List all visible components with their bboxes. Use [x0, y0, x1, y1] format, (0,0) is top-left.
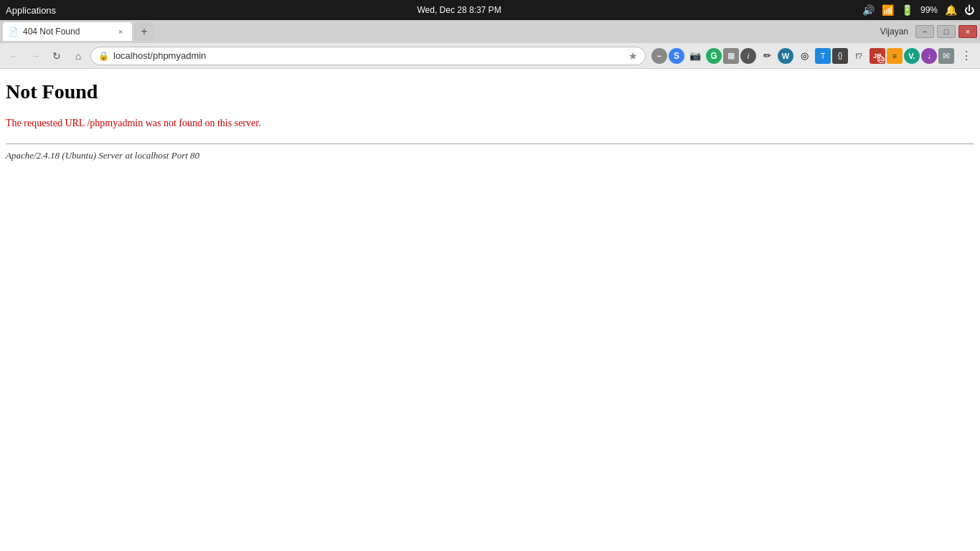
volume-icon[interactable]: 🔊	[862, 4, 875, 16]
back-button[interactable]: ←	[4, 47, 23, 65]
battery-icon: 🔋	[901, 4, 913, 16]
ext-lines-button[interactable]: ≡	[887, 48, 903, 64]
page-title: Not Found	[6, 80, 974, 103]
window-controls: Vijayan − □ ×	[876, 25, 977, 38]
bookmark-star-icon[interactable]: ★	[628, 50, 638, 62]
ext-v-button[interactable]: V.	[904, 48, 920, 64]
address-text: localhost/phpmyadmin	[113, 50, 624, 61]
ext-t-button[interactable]: {}	[832, 48, 848, 64]
minimize-button[interactable]: −	[915, 25, 934, 38]
power-icon[interactable]: ⏻	[964, 4, 974, 16]
ext-jr-button[interactable]: JR 10	[870, 48, 885, 64]
wifi-icon[interactable]: 📶	[882, 4, 894, 16]
notification-icon[interactable]: 🔔	[945, 4, 957, 16]
ext-minus-button[interactable]: −	[651, 48, 667, 64]
tab-title: 404 Not Found	[23, 27, 110, 37]
browser-titlebar: 📄 404 Not Found × + Vijayan − □ ×	[0, 20, 980, 43]
new-tab-button[interactable]: +	[135, 22, 154, 41]
ext-blue-button[interactable]: T	[815, 48, 831, 64]
browser-toolbar: ← → ↻ ⌂ 🔒 localhost/phpmyadmin ★ − S 📷 G…	[0, 43, 980, 69]
system-taskbar: Applications Wed, Dec 28 8:37 PM 🔊 📶 🔋 9…	[0, 0, 980, 20]
ext-mail-button[interactable]: ✉	[938, 48, 954, 64]
taskbar-system-icons: 🔊 📶 🔋 99% 🔔 ⏻	[862, 4, 974, 16]
window-user-label: Vijayan	[876, 27, 913, 37]
ext-camera-button[interactable]: 📷	[686, 47, 705, 65]
server-info: Apache/2.4.18 (Ubuntu) Server at localho…	[6, 150, 974, 161]
battery-level: 99%	[920, 5, 938, 15]
content-divider	[6, 143, 974, 144]
ext-wp-button[interactable]: W	[778, 48, 793, 64]
browser-content: Not Found The requested URL /phpmyadmin …	[0, 69, 980, 551]
close-button[interactable]: ×	[958, 25, 977, 38]
ext-circle-button[interactable]: ◎	[795, 47, 814, 65]
ext-s-button[interactable]: S	[669, 48, 684, 64]
maximize-button[interactable]: □	[937, 25, 956, 38]
taskbar-datetime: Wed, Dec 28 8:37 PM	[417, 5, 501, 15]
ext-grid-button[interactable]: ▦	[723, 48, 739, 64]
ext-down-button[interactable]: ↓	[921, 48, 937, 64]
home-button[interactable]: ⌂	[69, 47, 88, 65]
address-bar[interactable]: 🔒 localhost/phpmyadmin ★	[90, 47, 646, 65]
ext-fq-button[interactable]: f?	[849, 47, 868, 65]
tab-page-icon: 📄	[9, 27, 19, 37]
browser-tab-active[interactable]: 📄 404 Not Found ×	[3, 22, 132, 41]
error-message: The requested URL /phpmyadmin was not fo…	[6, 118, 974, 129]
ext-pencil-button[interactable]: ✏	[758, 47, 776, 65]
applications-menu[interactable]: Applications	[6, 5, 56, 16]
browser-menu-button[interactable]: ⋮	[957, 47, 976, 65]
ext-g-button[interactable]: G	[706, 48, 722, 64]
ext-info-button[interactable]: i	[740, 48, 756, 64]
secure-icon: 🔒	[98, 51, 109, 61]
forward-button[interactable]: →	[26, 47, 44, 65]
browser-window: 📄 404 Not Found × + Vijayan − □ × ← → ↻ …	[0, 20, 980, 551]
tab-close-button[interactable]: ×	[115, 26, 126, 37]
reload-button[interactable]: ↻	[47, 47, 66, 65]
toolbar-extensions: − S 📷 G ▦ i ✏ W ◎ T {} f? JR 10 ≡ V. ↓ ✉	[651, 47, 954, 65]
